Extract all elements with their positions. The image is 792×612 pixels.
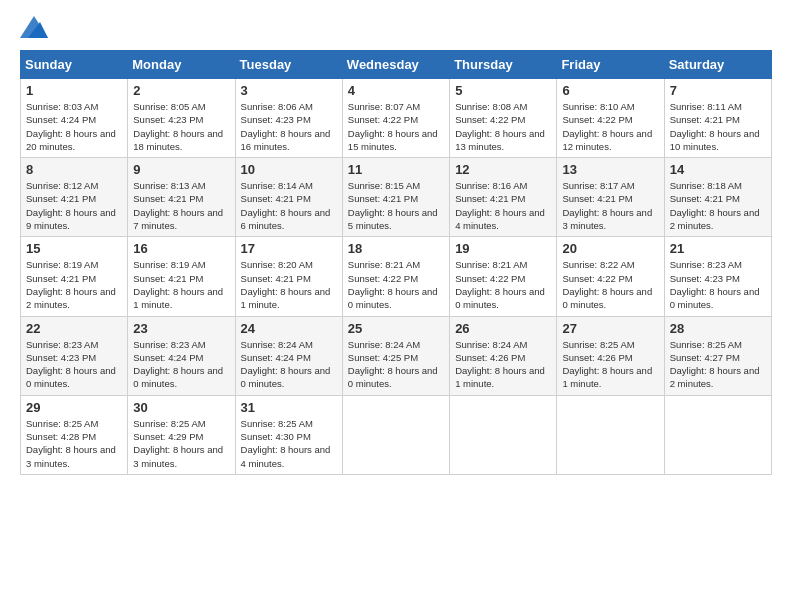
calendar-day-cell: 10 Sunrise: 8:14 AM Sunset: 4:21 PM Dayl… [235,158,342,237]
day-number: 11 [348,162,444,177]
day-info: Sunrise: 8:15 AM Sunset: 4:21 PM Dayligh… [348,179,444,232]
calendar-day-cell: 21 Sunrise: 8:23 AM Sunset: 4:23 PM Dayl… [664,237,771,316]
calendar-day-header: Saturday [664,51,771,79]
day-info: Sunrise: 8:19 AM Sunset: 4:21 PM Dayligh… [133,258,229,311]
calendar-day-cell: 29 Sunrise: 8:25 AM Sunset: 4:28 PM Dayl… [21,395,128,474]
logo [20,16,52,38]
day-number: 13 [562,162,658,177]
day-number: 1 [26,83,122,98]
day-info: Sunrise: 8:14 AM Sunset: 4:21 PM Dayligh… [241,179,337,232]
calendar-day-cell [664,395,771,474]
calendar-day-cell: 19 Sunrise: 8:21 AM Sunset: 4:22 PM Dayl… [450,237,557,316]
day-info: Sunrise: 8:25 AM Sunset: 4:30 PM Dayligh… [241,417,337,470]
logo-icon [20,16,48,38]
day-info: Sunrise: 8:21 AM Sunset: 4:22 PM Dayligh… [348,258,444,311]
day-info: Sunrise: 8:19 AM Sunset: 4:21 PM Dayligh… [26,258,122,311]
calendar-day-cell: 14 Sunrise: 8:18 AM Sunset: 4:21 PM Dayl… [664,158,771,237]
day-info: Sunrise: 8:23 AM Sunset: 4:24 PM Dayligh… [133,338,229,391]
day-number: 27 [562,321,658,336]
day-number: 20 [562,241,658,256]
calendar-day-cell: 22 Sunrise: 8:23 AM Sunset: 4:23 PM Dayl… [21,316,128,395]
day-number: 9 [133,162,229,177]
calendar-day-cell: 1 Sunrise: 8:03 AM Sunset: 4:24 PM Dayli… [21,79,128,158]
calendar-day-header: Tuesday [235,51,342,79]
day-info: Sunrise: 8:08 AM Sunset: 4:22 PM Dayligh… [455,100,551,153]
calendar-day-cell: 31 Sunrise: 8:25 AM Sunset: 4:30 PM Dayl… [235,395,342,474]
header [20,16,772,38]
day-number: 19 [455,241,551,256]
day-number: 26 [455,321,551,336]
calendar-day-cell: 13 Sunrise: 8:17 AM Sunset: 4:21 PM Dayl… [557,158,664,237]
day-info: Sunrise: 8:24 AM Sunset: 4:26 PM Dayligh… [455,338,551,391]
calendar-day-cell: 15 Sunrise: 8:19 AM Sunset: 4:21 PM Dayl… [21,237,128,316]
day-number: 7 [670,83,766,98]
day-number: 14 [670,162,766,177]
calendar-week-row: 29 Sunrise: 8:25 AM Sunset: 4:28 PM Dayl… [21,395,772,474]
calendar-header-row: SundayMondayTuesdayWednesdayThursdayFrid… [21,51,772,79]
calendar-day-header: Wednesday [342,51,449,79]
day-number: 6 [562,83,658,98]
calendar-week-row: 8 Sunrise: 8:12 AM Sunset: 4:21 PM Dayli… [21,158,772,237]
day-info: Sunrise: 8:18 AM Sunset: 4:21 PM Dayligh… [670,179,766,232]
calendar-day-cell: 3 Sunrise: 8:06 AM Sunset: 4:23 PM Dayli… [235,79,342,158]
day-info: Sunrise: 8:20 AM Sunset: 4:21 PM Dayligh… [241,258,337,311]
calendar-day-header: Thursday [450,51,557,79]
calendar-day-cell: 12 Sunrise: 8:16 AM Sunset: 4:21 PM Dayl… [450,158,557,237]
calendar-day-cell: 28 Sunrise: 8:25 AM Sunset: 4:27 PM Dayl… [664,316,771,395]
calendar-day-cell: 18 Sunrise: 8:21 AM Sunset: 4:22 PM Dayl… [342,237,449,316]
calendar-day-cell: 24 Sunrise: 8:24 AM Sunset: 4:24 PM Dayl… [235,316,342,395]
day-info: Sunrise: 8:06 AM Sunset: 4:23 PM Dayligh… [241,100,337,153]
calendar-day-cell: 2 Sunrise: 8:05 AM Sunset: 4:23 PM Dayli… [128,79,235,158]
calendar-day-header: Monday [128,51,235,79]
day-info: Sunrise: 8:16 AM Sunset: 4:21 PM Dayligh… [455,179,551,232]
day-info: Sunrise: 8:13 AM Sunset: 4:21 PM Dayligh… [133,179,229,232]
day-info: Sunrise: 8:23 AM Sunset: 4:23 PM Dayligh… [26,338,122,391]
calendar-day-cell: 17 Sunrise: 8:20 AM Sunset: 4:21 PM Dayl… [235,237,342,316]
calendar-week-row: 1 Sunrise: 8:03 AM Sunset: 4:24 PM Dayli… [21,79,772,158]
day-info: Sunrise: 8:24 AM Sunset: 4:24 PM Dayligh… [241,338,337,391]
calendar-day-cell: 11 Sunrise: 8:15 AM Sunset: 4:21 PM Dayl… [342,158,449,237]
day-number: 17 [241,241,337,256]
calendar-day-cell: 27 Sunrise: 8:25 AM Sunset: 4:26 PM Dayl… [557,316,664,395]
calendar-day-cell: 7 Sunrise: 8:11 AM Sunset: 4:21 PM Dayli… [664,79,771,158]
day-info: Sunrise: 8:07 AM Sunset: 4:22 PM Dayligh… [348,100,444,153]
calendar-day-cell: 25 Sunrise: 8:24 AM Sunset: 4:25 PM Dayl… [342,316,449,395]
day-number: 24 [241,321,337,336]
day-info: Sunrise: 8:22 AM Sunset: 4:22 PM Dayligh… [562,258,658,311]
calendar-day-cell: 26 Sunrise: 8:24 AM Sunset: 4:26 PM Dayl… [450,316,557,395]
calendar-day-cell: 9 Sunrise: 8:13 AM Sunset: 4:21 PM Dayli… [128,158,235,237]
day-info: Sunrise: 8:25 AM Sunset: 4:27 PM Dayligh… [670,338,766,391]
day-info: Sunrise: 8:05 AM Sunset: 4:23 PM Dayligh… [133,100,229,153]
day-number: 3 [241,83,337,98]
day-number: 16 [133,241,229,256]
day-info: Sunrise: 8:11 AM Sunset: 4:21 PM Dayligh… [670,100,766,153]
day-number: 4 [348,83,444,98]
calendar-day-cell: 8 Sunrise: 8:12 AM Sunset: 4:21 PM Dayli… [21,158,128,237]
calendar-day-header: Sunday [21,51,128,79]
calendar-day-cell: 30 Sunrise: 8:25 AM Sunset: 4:29 PM Dayl… [128,395,235,474]
calendar-day-header: Friday [557,51,664,79]
day-number: 21 [670,241,766,256]
day-info: Sunrise: 8:12 AM Sunset: 4:21 PM Dayligh… [26,179,122,232]
calendar-day-cell [342,395,449,474]
day-number: 28 [670,321,766,336]
day-number: 2 [133,83,229,98]
calendar-day-cell: 23 Sunrise: 8:23 AM Sunset: 4:24 PM Dayl… [128,316,235,395]
day-number: 22 [26,321,122,336]
calendar-table: SundayMondayTuesdayWednesdayThursdayFrid… [20,50,772,475]
day-info: Sunrise: 8:24 AM Sunset: 4:25 PM Dayligh… [348,338,444,391]
calendar-day-cell: 20 Sunrise: 8:22 AM Sunset: 4:22 PM Dayl… [557,237,664,316]
calendar-day-cell: 5 Sunrise: 8:08 AM Sunset: 4:22 PM Dayli… [450,79,557,158]
calendar-day-cell [450,395,557,474]
day-info: Sunrise: 8:25 AM Sunset: 4:26 PM Dayligh… [562,338,658,391]
day-number: 30 [133,400,229,415]
day-number: 10 [241,162,337,177]
day-number: 18 [348,241,444,256]
calendar-week-row: 15 Sunrise: 8:19 AM Sunset: 4:21 PM Dayl… [21,237,772,316]
day-number: 12 [455,162,551,177]
day-info: Sunrise: 8:21 AM Sunset: 4:22 PM Dayligh… [455,258,551,311]
calendar-day-cell: 6 Sunrise: 8:10 AM Sunset: 4:22 PM Dayli… [557,79,664,158]
calendar-day-cell: 16 Sunrise: 8:19 AM Sunset: 4:21 PM Dayl… [128,237,235,316]
day-info: Sunrise: 8:25 AM Sunset: 4:29 PM Dayligh… [133,417,229,470]
day-number: 23 [133,321,229,336]
